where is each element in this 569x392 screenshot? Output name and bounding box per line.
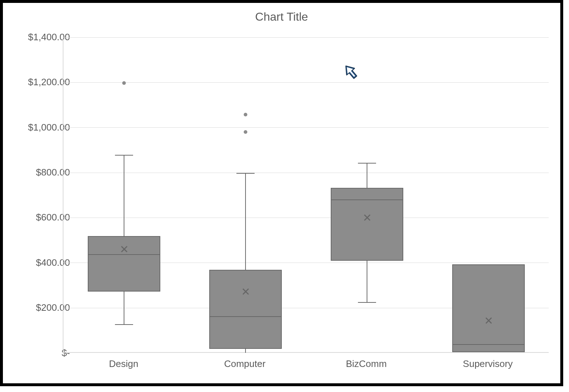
outlier-computer-2 bbox=[244, 130, 247, 134]
whisker-cap-design-top bbox=[115, 155, 133, 156]
whisker-cap-bizcomm-top bbox=[358, 163, 376, 164]
mean-computer: ✕ bbox=[241, 286, 250, 297]
x-tick-1: Computer bbox=[224, 358, 265, 370]
median-supervisory bbox=[452, 344, 525, 345]
median-bizcomm bbox=[331, 199, 403, 200]
y-tick-5: $1,000.00 bbox=[12, 122, 70, 133]
mean-design: ✕ bbox=[120, 244, 129, 255]
outlier-computer-1 bbox=[244, 113, 247, 116]
y-tick-4: $800.00 bbox=[12, 167, 70, 178]
chart-frame: Chart Title $- $200.00 $400.00 $600.00 $… bbox=[0, 0, 563, 386]
y-tick-1: $200.00 bbox=[12, 302, 70, 313]
y-tick-3: $600.00 bbox=[12, 212, 70, 223]
whisker-cap-design-bot bbox=[115, 324, 133, 325]
x-tick-3: Supervisory bbox=[463, 358, 512, 370]
x-tick-0: Design bbox=[109, 358, 139, 370]
box-supervisory[interactable] bbox=[452, 264, 525, 352]
outlier-design-1 bbox=[122, 81, 126, 85]
whisker-cap-bizcomm-bot bbox=[358, 302, 376, 303]
plot-area[interactable]: ✕ ✕ ✕ ✕ bbox=[63, 37, 549, 353]
box-bizcomm[interactable] bbox=[331, 188, 403, 261]
mean-supervisory: ✕ bbox=[484, 315, 493, 326]
y-tick-6: $1,200.00 bbox=[12, 77, 70, 88]
y-tick-0: $- bbox=[12, 347, 70, 359]
box-computer[interactable] bbox=[209, 270, 282, 349]
chart-title: Chart Title bbox=[3, 10, 560, 24]
mean-bizcomm: ✕ bbox=[363, 212, 372, 223]
whisker-cap-computer-top bbox=[236, 173, 255, 174]
x-tick-2: BizComm bbox=[346, 358, 387, 370]
y-tick-2: $400.00 bbox=[12, 257, 70, 268]
median-computer bbox=[209, 316, 282, 317]
y-tick-7: $1,400.00 bbox=[12, 32, 70, 43]
